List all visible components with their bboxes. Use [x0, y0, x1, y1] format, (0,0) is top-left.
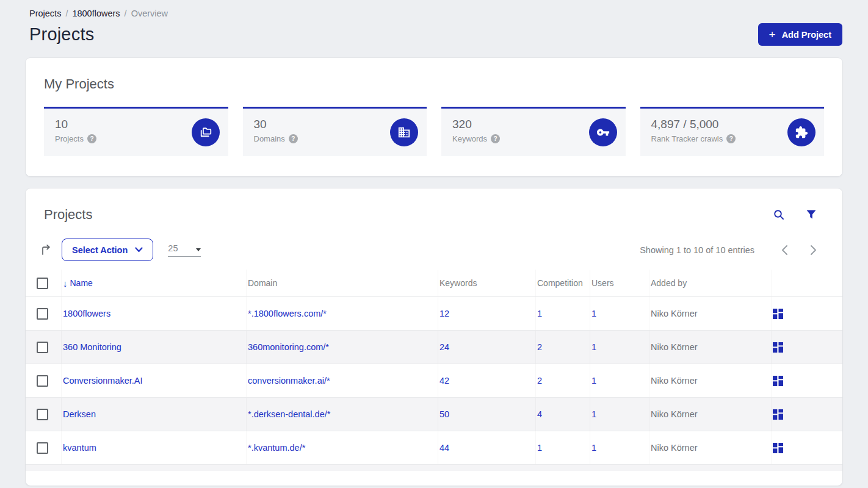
added-by-text: Niko Körner	[651, 409, 698, 419]
sort-desc-icon: ↓	[63, 278, 68, 289]
page-title: Projects	[29, 24, 94, 45]
column-header-name[interactable]: ↓ Name	[63, 278, 93, 289]
dashboard-icon[interactable]	[773, 409, 783, 420]
help-icon[interactable]: ?	[87, 134, 96, 143]
column-header-domain[interactable]: Domain	[246, 270, 438, 296]
my-projects-title: My Projects	[44, 76, 824, 92]
row-checkbox[interactable]	[37, 342, 48, 353]
competition-count-link[interactable]: 1	[537, 443, 542, 453]
competition-count-link[interactable]: 2	[537, 342, 542, 352]
breadcrumb-separator: /	[125, 9, 127, 18]
stat-projects: 10 Projects ?	[44, 107, 228, 156]
share-arrow-icon[interactable]	[40, 243, 53, 257]
stat-keywords-label: Keywords	[452, 134, 487, 143]
breadcrumb-separator: /	[65, 9, 68, 18]
dashboard-icon[interactable]	[773, 309, 783, 319]
puzzle-icon	[787, 118, 816, 146]
dashboard-icon[interactable]	[773, 443, 783, 453]
added-by-text: Niko Körner	[651, 309, 698, 318]
page-size-select[interactable]: 25	[168, 243, 201, 257]
table-header-row: ↓ Name Domain Keywords Competition Users…	[26, 270, 842, 297]
added-by-text: Niko Körner	[651, 443, 698, 453]
project-domain-link[interactable]: 360monitoring.com/*	[248, 342, 329, 352]
next-row-partial	[26, 465, 842, 471]
project-name-link[interactable]: kvantum	[63, 443, 96, 453]
project-domain-link[interactable]: *.1800flowers.com/*	[248, 309, 327, 318]
added-by-text: Niko Körner	[651, 342, 698, 352]
projects-panel-title: Projects	[44, 207, 92, 223]
table-row: 360 Monitoring 360monitoring.com/* 24 2 …	[26, 331, 842, 364]
keywords-count-link[interactable]: 12	[439, 309, 449, 318]
users-count-link[interactable]: 1	[591, 376, 596, 386]
column-header-keywords[interactable]: Keywords	[438, 270, 535, 296]
breadcrumb: Projects / 1800flowers / Overview	[29, 9, 842, 18]
row-checkbox[interactable]	[37, 442, 48, 454]
project-name-link[interactable]: Conversionmaker.AI	[63, 376, 143, 386]
table-row: kvantum *.kvantum.de/* 44 1 1 Niko Körne…	[26, 431, 842, 465]
next-page-button[interactable]	[810, 245, 817, 256]
building-icon	[390, 118, 418, 146]
stat-domains-label: Domains	[254, 134, 285, 143]
column-header-users[interactable]: Users	[590, 270, 649, 296]
add-project-label: Add Project	[782, 30, 831, 40]
keywords-count-link[interactable]: 42	[439, 376, 449, 386]
added-by-text: Niko Körner	[651, 376, 698, 386]
my-projects-card: My Projects 10 Projects ? 30 Domains ?	[26, 58, 842, 176]
project-name-link[interactable]: Derksen	[63, 409, 96, 419]
row-checkbox[interactable]	[37, 409, 48, 420]
add-project-button[interactable]: + Add Project	[758, 23, 842, 46]
project-domain-link[interactable]: *.derksen-dental.de/*	[248, 409, 330, 419]
select-action-label: Select Action	[72, 245, 128, 255]
breadcrumb-1800flowers[interactable]: 1800flowers	[72, 9, 120, 18]
row-checkbox[interactable]	[37, 375, 48, 387]
stat-rank-tracker-crawls: 4,897 / 5,000 Rank Tracker crawls ?	[640, 107, 825, 156]
breadcrumb-overview: Overview	[131, 9, 168, 18]
keywords-count-link[interactable]: 50	[439, 409, 449, 419]
users-count-link[interactable]: 1	[591, 409, 596, 419]
prev-page-button[interactable]	[781, 245, 788, 256]
help-icon[interactable]: ?	[491, 134, 500, 143]
breadcrumb-projects[interactable]: Projects	[29, 9, 61, 18]
dashboard-icon[interactable]	[773, 376, 783, 386]
row-checkbox[interactable]	[37, 308, 48, 320]
caret-down-icon	[196, 248, 201, 251]
projects-table-card: Projects Select Action	[26, 188, 842, 486]
project-name-link[interactable]: 1800flowers	[63, 309, 110, 318]
plus-icon: +	[769, 29, 776, 40]
table-row: Derksen *.derksen-dental.de/* 50 4 1 Nik…	[26, 398, 842, 431]
project-domain-link[interactable]: conversionmaker.ai/*	[248, 376, 330, 386]
key-icon	[589, 118, 617, 146]
help-icon[interactable]: ?	[289, 134, 298, 143]
keywords-count-link[interactable]: 44	[439, 443, 449, 453]
help-icon[interactable]: ?	[726, 134, 736, 143]
stat-keywords: 320 Keywords ?	[441, 107, 626, 156]
dashboard-icon[interactable]	[773, 342, 783, 353]
competition-count-link[interactable]: 1	[537, 309, 542, 318]
users-count-link[interactable]: 1	[591, 443, 596, 453]
competition-count-link[interactable]: 2	[537, 376, 542, 386]
select-action-dropdown[interactable]: Select Action	[62, 239, 153, 261]
stat-projects-label: Projects	[55, 134, 84, 143]
table-row: 1800flowers *.1800flowers.com/* 12 1 1 N…	[26, 297, 842, 331]
keywords-count-link[interactable]: 24	[439, 342, 449, 352]
projects-table: ↓ Name Domain Keywords Competition Users…	[26, 270, 842, 471]
search-icon[interactable]	[773, 209, 785, 221]
folder-copy-icon	[192, 118, 220, 146]
select-all-checkbox[interactable]	[37, 278, 48, 289]
users-count-link[interactable]: 1	[591, 309, 596, 318]
chevron-down-icon	[135, 247, 143, 253]
stat-crawls-label: Rank Tracker crawls	[651, 134, 723, 143]
column-header-added-by[interactable]: Added by	[649, 270, 771, 296]
competition-count-link[interactable]: 4	[537, 409, 542, 419]
showing-entries-text: Showing 1 to 10 of 10 entries	[640, 245, 754, 255]
table-row: Conversionmaker.AI conversionmaker.ai/* …	[26, 364, 842, 398]
project-name-link[interactable]: 360 Monitoring	[63, 342, 121, 352]
page-size-value: 25	[168, 243, 178, 253]
column-header-competition[interactable]: Competition	[535, 270, 590, 296]
filter-icon[interactable]	[806, 209, 817, 221]
stat-domains: 30 Domains ?	[243, 107, 427, 156]
users-count-link[interactable]: 1	[591, 342, 596, 352]
project-domain-link[interactable]: *.kvantum.de/*	[248, 443, 305, 453]
